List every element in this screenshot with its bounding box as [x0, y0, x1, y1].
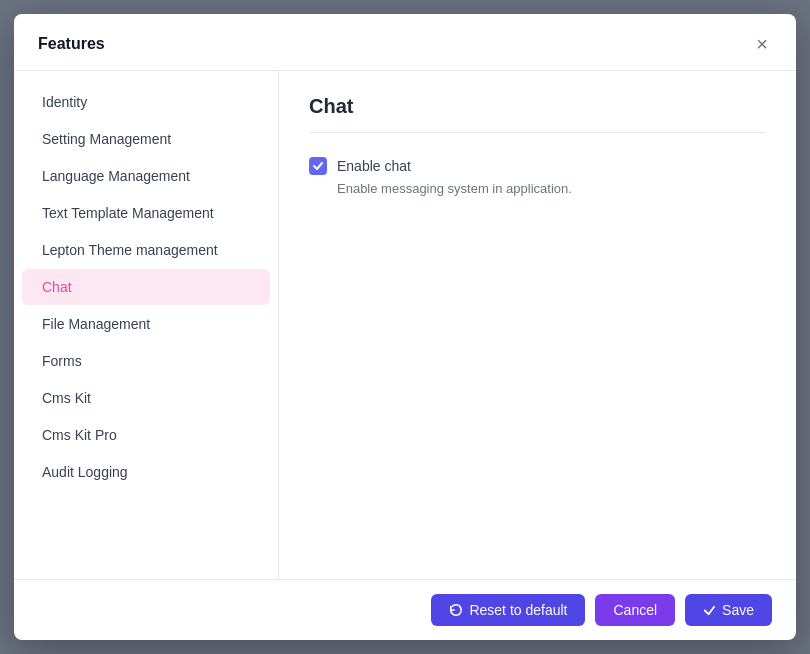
sidebar: IdentitySetting ManagementLanguage Manag… [14, 71, 279, 579]
modal-body: IdentitySetting ManagementLanguage Manag… [14, 71, 796, 579]
sidebar-item-lepton-theme-management[interactable]: Lepton Theme management [22, 232, 270, 268]
sidebar-item-language-management[interactable]: Language Management [22, 158, 270, 194]
reset-icon [449, 603, 463, 617]
sidebar-item-chat[interactable]: Chat [22, 269, 270, 305]
modal-header: Features × [14, 14, 796, 71]
sidebar-item-cms-kit[interactable]: Cms Kit [22, 380, 270, 416]
save-button[interactable]: Save [685, 594, 772, 626]
cancel-button[interactable]: Cancel [595, 594, 675, 626]
sidebar-item-audit-logging[interactable]: Audit Logging [22, 454, 270, 490]
enable-chat-description: Enable messaging system in application. [337, 181, 766, 196]
sidebar-item-forms[interactable]: Forms [22, 343, 270, 379]
section-title: Chat [309, 95, 766, 133]
sidebar-item-text-template-management[interactable]: Text Template Management [22, 195, 270, 231]
sidebar-item-cms-kit-pro[interactable]: Cms Kit Pro [22, 417, 270, 453]
feature-option-row: Enable chat [309, 157, 766, 175]
sidebar-item-identity[interactable]: Identity [22, 84, 270, 120]
modal-overlay: Features × IdentitySetting ManagementLan… [0, 0, 810, 654]
reset-to-default-button[interactable]: Reset to default [431, 594, 585, 626]
modal-title: Features [38, 35, 105, 53]
sidebar-item-setting-management[interactable]: Setting Management [22, 121, 270, 157]
modal: Features × IdentitySetting ManagementLan… [14, 14, 796, 640]
feature-option: Enable chat Enable messaging system in a… [309, 157, 766, 196]
modal-footer: Reset to default Cancel Save [14, 579, 796, 640]
save-check-icon [703, 604, 716, 617]
close-button[interactable]: × [752, 32, 772, 56]
enable-chat-checkbox[interactable] [309, 157, 327, 175]
enable-chat-label: Enable chat [337, 158, 411, 174]
sidebar-item-file-management[interactable]: File Management [22, 306, 270, 342]
content-area: Chat Enable chat Enable messaging system… [279, 71, 796, 579]
